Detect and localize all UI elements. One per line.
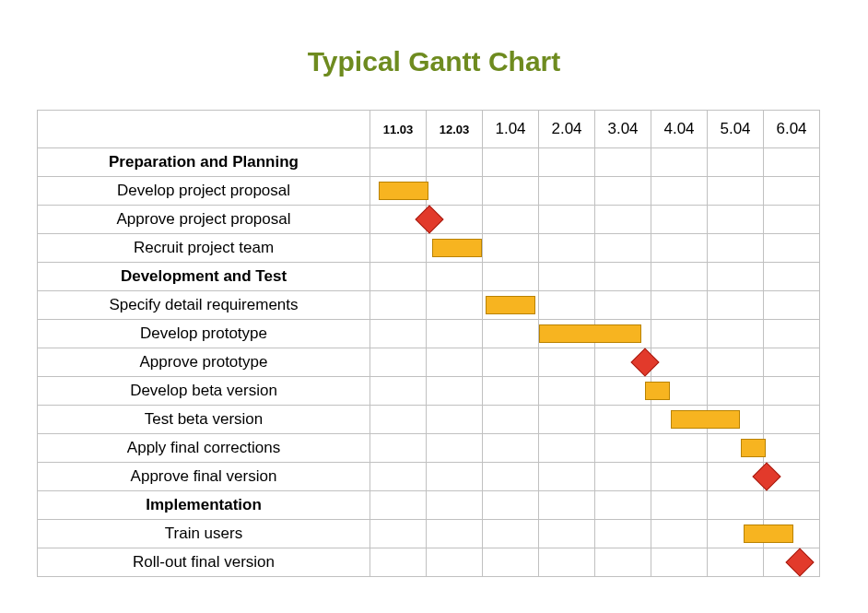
gantt-cell — [595, 291, 651, 320]
gantt-cell — [370, 148, 427, 177]
gantt-cell — [764, 548, 820, 577]
gantt-task-row: Approve final version — [38, 463, 820, 491]
milestone-diamond-icon — [785, 548, 814, 576]
task-label: Apply final corrections — [38, 434, 370, 463]
gantt-bar — [432, 239, 482, 257]
gantt-cell — [483, 434, 539, 463]
gantt-cell — [483, 520, 539, 548]
gantt-cell — [483, 148, 539, 177]
gantt-cell — [427, 291, 483, 320]
gantt-cell — [651, 148, 708, 177]
gantt-cell — [651, 263, 708, 291]
gantt-cell — [370, 377, 427, 406]
gantt-cell — [427, 520, 483, 548]
gantt-task-row: Specify detail requirements — [38, 291, 820, 320]
gantt-cell — [708, 491, 764, 520]
gantt-cell — [764, 491, 820, 520]
gantt-task-row: Approve project proposal — [38, 206, 820, 234]
gantt-cell — [651, 520, 708, 548]
gantt-cell — [764, 348, 820, 377]
gantt-cell — [764, 177, 820, 206]
gantt-cell — [764, 520, 820, 548]
gantt-group-row: Implementation — [38, 491, 820, 520]
gantt-cell — [595, 377, 651, 406]
gantt-cell — [483, 263, 539, 291]
gantt-cell — [370, 177, 427, 206]
gantt-cell — [595, 263, 651, 291]
gantt-cell — [483, 320, 539, 348]
gantt-cell — [539, 548, 595, 577]
gantt-task-row: Approve prototype — [38, 348, 820, 377]
gantt-cell — [483, 348, 539, 377]
gantt-cell — [483, 177, 539, 206]
gantt-task-row: Develop prototype — [38, 320, 820, 348]
gantt-cell — [651, 548, 708, 577]
gantt-task-row: Develop project proposal — [38, 177, 820, 206]
gantt-task-row: Apply final corrections — [38, 434, 820, 463]
gantt-task-row: Train users — [38, 520, 820, 548]
group-label: Preparation and Planning — [38, 148, 370, 177]
gantt-cell — [483, 491, 539, 520]
gantt-cell — [708, 520, 764, 548]
gantt-cell — [370, 406, 427, 434]
gantt-task-row: Recruit project team — [38, 234, 820, 263]
gantt-cell — [708, 263, 764, 291]
gantt-cell — [370, 520, 427, 548]
gantt-cell — [651, 434, 708, 463]
gantt-cell — [651, 206, 708, 234]
time-column-header: 5.04 — [708, 111, 764, 148]
gantt-cell — [370, 234, 427, 263]
gantt-cell — [595, 148, 651, 177]
gantt-cell — [539, 377, 595, 406]
gantt-bar — [741, 439, 766, 457]
gantt-cell — [595, 463, 651, 491]
gantt-cell — [708, 406, 764, 434]
gantt-cell — [370, 463, 427, 491]
gantt-cell — [539, 463, 595, 491]
gantt-cell — [708, 234, 764, 263]
gantt-cell — [595, 234, 651, 263]
gantt-cell — [651, 234, 708, 263]
gantt-cell — [708, 348, 764, 377]
gantt-cell — [651, 463, 708, 491]
gantt-cell — [764, 148, 820, 177]
time-column-header: 3.04 — [595, 111, 651, 148]
gantt-cell — [595, 406, 651, 434]
gantt-cell — [595, 434, 651, 463]
gantt-cell — [708, 377, 764, 406]
gantt-cell — [651, 348, 708, 377]
task-label: Develop project proposal — [38, 177, 370, 206]
gantt-cell — [483, 234, 539, 263]
gantt-cell — [764, 206, 820, 234]
group-label: Development and Test — [38, 263, 370, 291]
gantt-cell — [651, 177, 708, 206]
gantt-cell — [764, 291, 820, 320]
gantt-cell — [595, 348, 651, 377]
gantt-cell — [539, 206, 595, 234]
gantt-cell — [539, 291, 595, 320]
time-column-header: 12.03 — [427, 111, 483, 148]
gantt-cell — [764, 234, 820, 263]
group-label: Implementation — [38, 491, 370, 520]
gantt-cell — [708, 206, 764, 234]
gantt-cell — [427, 491, 483, 520]
gantt-cell — [427, 234, 483, 263]
gantt-cell — [483, 291, 539, 320]
gantt-task-row: Develop beta version — [38, 377, 820, 406]
gantt-header-row: 11.0312.031.042.043.044.045.046.04 — [38, 111, 820, 148]
task-label: Develop beta version — [38, 377, 370, 406]
gantt-cell — [708, 548, 764, 577]
gantt-cell — [764, 263, 820, 291]
gantt-cell — [595, 491, 651, 520]
time-column-header: 1.04 — [483, 111, 539, 148]
gantt-chart-table: 11.0312.031.042.043.044.045.046.04 Prepa… — [37, 110, 820, 577]
gantt-cell — [595, 548, 651, 577]
gantt-cell — [483, 548, 539, 577]
gantt-cell — [764, 463, 820, 491]
gantt-cell — [370, 263, 427, 291]
gantt-body: Preparation and PlanningDevelop project … — [38, 148, 820, 577]
task-label: Approve project proposal — [38, 206, 370, 234]
gantt-cell — [651, 291, 708, 320]
gantt-cell — [427, 348, 483, 377]
gantt-cell — [427, 548, 483, 577]
